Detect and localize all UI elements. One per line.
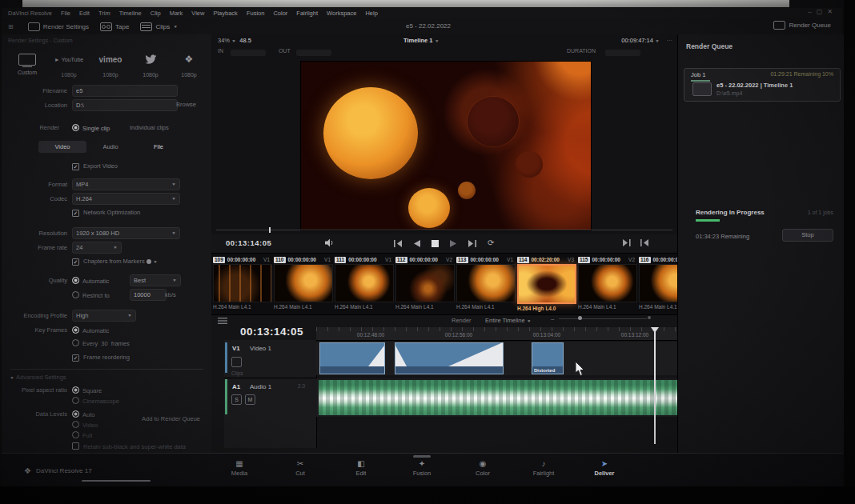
encoding-profile-select[interactable]: High▼	[72, 310, 136, 322]
menu-workspace[interactable]: Workspace	[327, 10, 356, 17]
minimize-icon[interactable]: –	[808, 8, 816, 15]
page-tab-deliver[interactable]: ➤Deliver	[586, 459, 623, 477]
timeline-zoom-slider[interactable]	[559, 318, 647, 319]
clip-item[interactable]: 11500:00:00:00V2 H.264 Main L4.1	[578, 255, 637, 314]
framerate-select[interactable]: 24▼	[72, 242, 122, 254]
fade-out-wedge[interactable]	[368, 346, 384, 366]
menu-timeline[interactable]: Timeline	[119, 10, 142, 17]
job-tab[interactable]: Job 1	[691, 71, 705, 78]
menu-trim[interactable]: Trim	[98, 10, 110, 17]
quality-automatic-radio[interactable]: Automatic	[72, 277, 109, 285]
menu-fusion[interactable]: Fusion	[247, 10, 265, 17]
fade-ramp-wedge[interactable]	[448, 342, 503, 366]
stop-render-button[interactable]: Stop	[782, 229, 833, 242]
preset-twitter[interactable]: 1080p	[131, 49, 170, 78]
timeline-selector[interactable]: Timeline 1 ▼	[403, 37, 440, 44]
viewer-options-icon[interactable]: ···	[667, 37, 673, 44]
timeline-video-clip[interactable]	[395, 342, 504, 374]
menu-file[interactable]: File	[61, 10, 70, 17]
render-range-select[interactable]: Entire Timeline ▼	[485, 317, 532, 324]
preset-dropbox[interactable]: ❖ 1080p	[170, 49, 208, 78]
menu-edit[interactable]: Edit	[79, 10, 90, 17]
preset-custom[interactable]: Custom	[8, 49, 46, 75]
project-manager-button[interactable]: ⊞	[8, 23, 14, 30]
render-queue-toggle-button[interactable]: Render Queue	[773, 21, 831, 30]
tape-button[interactable]: Tape	[100, 22, 129, 31]
quality-best-select[interactable]: Best▼	[130, 274, 181, 286]
menu-clip[interactable]: Clip	[151, 10, 161, 17]
menu-mark[interactable]: Mark	[170, 10, 183, 17]
preset-youtube[interactable]: ► YouTube 1080p	[50, 49, 88, 78]
render-settings-button[interactable]: Render Settings	[28, 22, 89, 31]
close-icon[interactable]: ✕	[827, 8, 837, 15]
fade-in-wedge[interactable]	[395, 346, 407, 366]
restrict-value-input[interactable]: 10000	[130, 289, 167, 301]
timeline-options-icon[interactable]	[218, 318, 227, 326]
clips-button[interactable]: Clips▼	[140, 22, 178, 31]
chapters-checkbox[interactable]: ✓Chapters from Markers ▼	[72, 258, 158, 266]
timeline-video-clip[interactable]	[319, 342, 385, 374]
zoom-slider-handle[interactable]	[578, 316, 582, 320]
in-timecode-field[interactable]	[231, 50, 266, 56]
first-frame-button[interactable]	[394, 238, 403, 246]
filename-input[interactable]: e5	[72, 85, 178, 97]
par-square-radio[interactable]: Square	[72, 386, 102, 394]
mute-button[interactable]: M	[245, 394, 255, 405]
browse-button[interactable]: Browse	[176, 101, 196, 108]
tab-file[interactable]: File	[134, 141, 183, 153]
location-input[interactable]: D:\	[72, 99, 178, 111]
network-optimization-checkbox[interactable]: ✓Network Optimization	[72, 209, 140, 217]
clip-item[interactable]: 10900:00:00:00V1 H.264 Main L4.1	[213, 255, 272, 314]
loop-button[interactable]: ⟳	[488, 238, 494, 247]
format-select[interactable]: MP4▼	[72, 178, 180, 190]
menu-view[interactable]: View	[191, 10, 204, 17]
volume-icon[interactable]	[325, 238, 335, 247]
clip-item[interactable]: 11000:00:00:00V1 H.264 Main L4.1	[274, 255, 333, 314]
chevron-down-icon[interactable]: ▼	[655, 39, 660, 43]
resolution-select[interactable]: 1920 x 1080 HD▼	[72, 227, 180, 239]
page-tab-cut[interactable]: ✂Cut	[282, 459, 319, 477]
render-individual-clips-radio[interactable]: Individual clips	[130, 124, 169, 131]
data-levels-full-radio[interactable]: Full	[72, 431, 92, 439]
render-job-card[interactable]: Job 1 01:29:21 Remaining 10% e5 - 22.02.…	[684, 68, 841, 102]
solo-button[interactable]: S	[231, 394, 242, 405]
menu-color[interactable]: Color	[273, 10, 287, 17]
advanced-settings-expander[interactable]: ▼ Advanced Settings	[10, 374, 66, 381]
keyframes-every-radio[interactable]: Every 30 frames	[72, 339, 130, 347]
page-tab-media[interactable]: ▦Media	[221, 459, 258, 477]
codec-select[interactable]: H.264▼	[72, 193, 180, 205]
page-tab-fairlight[interactable]: ♪Fairlight	[525, 459, 562, 477]
page-tab-fusion[interactable]: ✦Fusion	[403, 459, 440, 477]
zoom-out-icon[interactable]: –	[551, 315, 554, 322]
step-back-button[interactable]	[414, 238, 420, 246]
menu-fairlight[interactable]: Fairlight	[296, 10, 318, 17]
window-controls[interactable]: –▢✕	[808, 8, 837, 15]
track-enable-icon[interactable]	[231, 357, 242, 367]
clip-item[interactable]: 11200:00:00:00V2 H.264 Main L4.1	[395, 255, 455, 314]
playhead-line[interactable]	[654, 327, 656, 444]
page-tab-edit[interactable]: ◧Edit	[343, 459, 379, 477]
tab-video[interactable]: Video	[38, 141, 86, 153]
render-single-clip-radio[interactable]: Single clip	[72, 124, 110, 132]
add-to-render-queue-button[interactable]: Add to Render Queue	[142, 415, 200, 422]
viewer-scrub-bar[interactable]	[216, 230, 672, 230]
export-video-checkbox[interactable]: ✓Export Video	[72, 162, 118, 170]
tab-audio[interactable]: Audio	[86, 141, 134, 153]
menu-help[interactable]: Help	[365, 10, 377, 17]
timeline-video-clip-distorted[interactable]: Distorted	[532, 342, 564, 374]
keyframes-automatic-radio[interactable]: Automatic	[72, 326, 109, 334]
match-frame-forward-icon[interactable]	[623, 238, 631, 246]
play-button[interactable]	[450, 238, 456, 246]
clip-item[interactable]: 11300:00:00:00V1 H.264 Main L4.1	[456, 255, 516, 314]
clip-item[interactable]: 11100:00:00:00V1 H.264 Main L4.1	[335, 255, 394, 314]
maximize-icon[interactable]: ▢	[817, 8, 828, 15]
par-cinemascope-radio[interactable]: Cinemascope	[72, 397, 119, 405]
data-levels-auto-radio[interactable]: Auto	[72, 410, 94, 418]
page-tab-color[interactable]: ◉Color	[464, 459, 501, 477]
data-levels-video-radio[interactable]: Video	[72, 421, 98, 429]
track-audio1-name[interactable]: Audio 1	[250, 383, 271, 390]
viewer-zoom-select[interactable]: 34% ▼ 48.5	[218, 37, 251, 44]
preset-vimeo[interactable]: vimeo 1080p	[91, 49, 130, 78]
clip-item-selected[interactable]: 11400:02:20:00V3 H.264 High L4.0	[517, 255, 576, 314]
last-frame-button[interactable]	[468, 238, 476, 246]
